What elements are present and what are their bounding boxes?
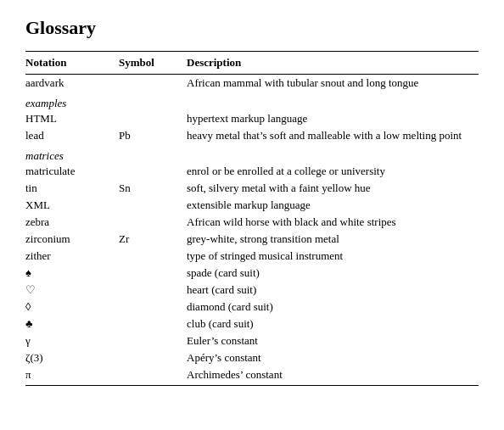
cell-symbol bbox=[119, 349, 187, 366]
glossary-table: Notation Symbol Description aardvarkAfri… bbox=[25, 52, 479, 383]
section-label: matrices bbox=[25, 144, 479, 163]
cell-symbol bbox=[119, 197, 187, 214]
cell-symbol bbox=[119, 248, 187, 265]
cell-notation: tin bbox=[25, 180, 119, 197]
cell-description: spade (card suit) bbox=[187, 265, 479, 282]
cell-symbol bbox=[119, 299, 187, 316]
cell-symbol: Zr bbox=[119, 231, 187, 248]
cell-symbol bbox=[119, 214, 187, 231]
cell-description: type of stringed musical instrument bbox=[187, 248, 479, 265]
cell-symbol: Pb bbox=[119, 127, 187, 144]
cell-symbol bbox=[119, 75, 187, 92]
cell-notation: XML bbox=[25, 197, 119, 214]
cell-description: heavy metal that’s soft and malleable wi… bbox=[187, 127, 479, 144]
table-row: zebraAfrican wild horse with black and w… bbox=[25, 214, 479, 231]
cell-description: soft, silvery metal with a faint yellow … bbox=[187, 180, 479, 197]
header-description: Description bbox=[187, 52, 479, 75]
table-row: πArchimedes’ constant bbox=[25, 366, 479, 383]
table-row: ◊diamond (card suit) bbox=[25, 299, 479, 316]
cell-notation: aardvark bbox=[25, 75, 119, 92]
cell-description: African wild horse with black and white … bbox=[187, 214, 479, 231]
cell-notation: ζ(3) bbox=[25, 349, 119, 366]
table-row: ♣club (card suit) bbox=[25, 316, 479, 332]
cell-symbol bbox=[119, 316, 187, 332]
cell-symbol bbox=[119, 110, 187, 127]
cell-notation: ♠ bbox=[25, 265, 119, 282]
cell-notation: matriculate bbox=[25, 163, 119, 180]
table-row: ♡heart (card suit) bbox=[25, 282, 479, 299]
cell-symbol bbox=[119, 332, 187, 349]
cell-description: enrol or be enrolled at a college or uni… bbox=[187, 163, 479, 180]
cell-notation: γ bbox=[25, 332, 119, 349]
cell-symbol bbox=[119, 265, 187, 282]
table-header-row: Notation Symbol Description bbox=[25, 52, 479, 75]
cell-notation: ◊ bbox=[25, 299, 119, 316]
table-row: ♠spade (card suit) bbox=[25, 265, 479, 282]
cell-description: heart (card suit) bbox=[187, 282, 479, 299]
cell-notation: zebra bbox=[25, 214, 119, 231]
cell-symbol bbox=[119, 282, 187, 299]
cell-description: Archimedes’ constant bbox=[187, 366, 479, 383]
cell-description: diamond (card suit) bbox=[187, 299, 479, 316]
cell-notation: ♣ bbox=[25, 316, 119, 332]
cell-description: extensible markup language bbox=[187, 197, 479, 214]
cell-symbol bbox=[119, 366, 187, 383]
bottom-rule bbox=[25, 385, 479, 386]
cell-notation: ♡ bbox=[25, 282, 119, 299]
cell-description: Euler’s constant bbox=[187, 332, 479, 349]
table-row: matriculateenrol or be enrolled at a col… bbox=[25, 163, 479, 180]
section-label-row: examples bbox=[25, 92, 479, 110]
cell-notation: HTML bbox=[25, 110, 119, 127]
page-title: Glossary bbox=[25, 17, 479, 39]
cell-description: hypertext markup language bbox=[187, 110, 479, 127]
table-row: zirconiumZrgrey-white, strong transition… bbox=[25, 231, 479, 248]
cell-notation: π bbox=[25, 366, 119, 383]
cell-description: Apéry’s constant bbox=[187, 349, 479, 366]
cell-symbol bbox=[119, 163, 187, 180]
table-row: HTMLhypertext markup language bbox=[25, 110, 479, 127]
header-symbol: Symbol bbox=[119, 52, 187, 75]
table-row: tinSnsoft, silvery metal with a faint ye… bbox=[25, 180, 479, 197]
table-row: aardvarkAfrican mammal with tubular snou… bbox=[25, 75, 479, 92]
table-row: γEuler’s constant bbox=[25, 332, 479, 349]
section-label: examples bbox=[25, 92, 479, 110]
cell-symbol: Sn bbox=[119, 180, 187, 197]
cell-notation: zither bbox=[25, 248, 119, 265]
cell-notation: lead bbox=[25, 127, 119, 144]
table-row: leadPbheavy metal that’s soft and mallea… bbox=[25, 127, 479, 144]
table-row: XMLextensible markup language bbox=[25, 197, 479, 214]
section-label-row: matrices bbox=[25, 144, 479, 163]
table-row: ζ(3)Apéry’s constant bbox=[25, 349, 479, 366]
cell-notation: zirconium bbox=[25, 231, 119, 248]
cell-description: club (card suit) bbox=[187, 316, 479, 332]
header-notation: Notation bbox=[25, 52, 119, 75]
cell-description: grey-white, strong transition metal bbox=[187, 231, 479, 248]
table-row: zithertype of stringed musical instrumen… bbox=[25, 248, 479, 265]
cell-description: African mammal with tubular snout and lo… bbox=[187, 75, 479, 92]
